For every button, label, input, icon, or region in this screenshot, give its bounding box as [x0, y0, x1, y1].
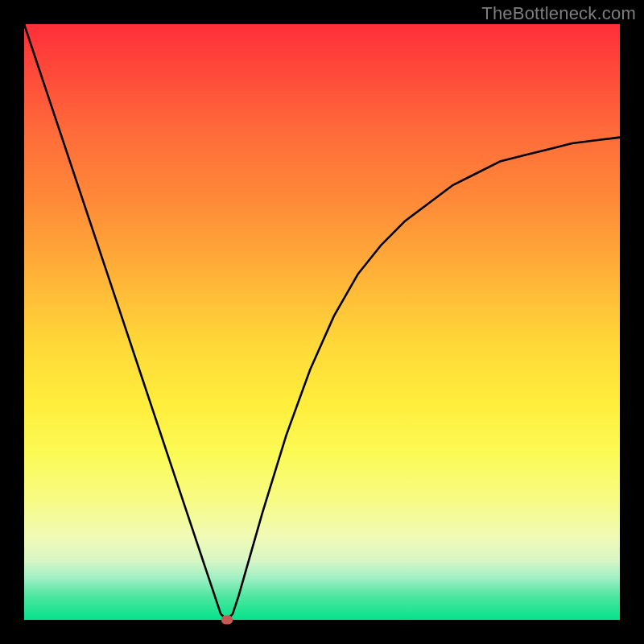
chart-frame: TheBottleneck.com — [0, 0, 644, 644]
curve-layer — [24, 24, 620, 620]
bottleneck-curve — [24, 24, 620, 620]
watermark-text: TheBottleneck.com — [481, 3, 636, 24]
minimum-marker — [221, 616, 233, 625]
plot-area — [24, 24, 620, 620]
